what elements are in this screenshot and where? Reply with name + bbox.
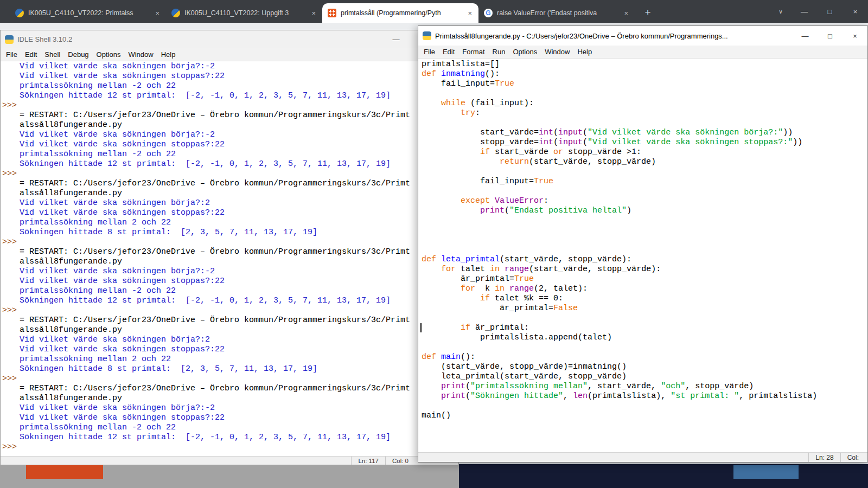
editor-minimize-button[interactable]: — (793, 26, 818, 46)
shell-line: primtalssökning mellan -2 och 22 (1, 81, 458, 91)
shell-console[interactable]: Vid vilket värde ska sökningen börja?:-2… (1, 62, 458, 455)
menu-help[interactable]: Help (573, 47, 596, 57)
new-tab-button[interactable]: + (640, 5, 655, 20)
tab-close-icon[interactable]: × (310, 9, 317, 17)
shell-line: Sökningen hittade 12 st primtal: [-2, -1… (1, 296, 458, 306)
editor-menubar: FileEditFormatRunOptionsWindowHelp (418, 46, 867, 59)
code-token: def (422, 352, 436, 362)
shell-prompt-gutter (1, 257, 20, 267)
shell-text: Vid vilket värde ska sökningen stoppas?:… (20, 140, 225, 150)
shell-text: Sökningen hittade 8 st primtal: [2, 3, 5… (20, 364, 317, 374)
menu-file[interactable]: File (2, 49, 21, 60)
chevron-down-icon[interactable]: ∨ (770, 0, 792, 23)
shell-text: = RESTART: C:/Users/jefor23/OneDrive – Ö… (20, 384, 410, 394)
shell-prompt-gutter (1, 433, 20, 442)
tab-close-icon[interactable]: × (154, 9, 161, 17)
code-token: ( (465, 391, 470, 401)
shell-line: primtalssökning mellan -2 och 22 (1, 150, 458, 159)
editor-close-button[interactable]: × (843, 26, 867, 46)
tab-close-icon[interactable]: × (623, 9, 629, 17)
menu-debug[interactable]: Debug (64, 49, 92, 60)
shell-line: primtalssökning mellan -2 och 22 (1, 423, 458, 433)
code-token: primtalslista.append(talet) (422, 333, 612, 342)
tab-close-icon[interactable]: × (467, 9, 473, 17)
code-token: for (441, 265, 456, 274)
menu-help[interactable]: Help (157, 49, 180, 60)
code-line: for talet in range(start_värde, stopp_vä… (422, 265, 867, 274)
shell-line: = RESTART: C:/Users/jefor23/OneDrive – Ö… (1, 316, 458, 325)
shell-titlebar[interactable]: IDLE Shell 3.10.2 — □ × (1, 30, 458, 48)
menu-file[interactable]: File (420, 47, 439, 57)
menu-options[interactable]: Options (509, 47, 541, 57)
code-editor[interactable]: primtalslista=[]def inmatning(): fail_in… (419, 59, 867, 452)
shell-prompt-gutter (1, 325, 20, 335)
menu-run[interactable]: Run (489, 47, 509, 57)
shell-line: primtalssökning mellan 2 och 22 (1, 218, 458, 228)
editor-titlebar[interactable]: Primtalssåll8fungerande.py - C:/Users/je… (418, 26, 867, 46)
code-token: leta_primtal(start_värde, stopp_värde) (422, 372, 627, 381)
code-token: "primtalssökning mellan" (470, 382, 588, 391)
shell-prompt-gutter (1, 413, 20, 423)
code-token: return (500, 157, 529, 166)
menu-window[interactable]: Window (124, 49, 157, 60)
code-token: ( (553, 128, 558, 137)
code-line: primtalslista=[] (422, 60, 867, 69)
shell-text: alssåll8fungerande.py (20, 120, 122, 130)
browser-tab[interactable]: IK005U_C4110_VT2022: Uppgift 3× (166, 3, 322, 23)
shell-line: Vid vilket värde ska sökningen stoppas?:… (1, 277, 458, 286)
shell-text: Vid vilket värde ska sökningen börja?:-2 (20, 403, 215, 413)
code-line: print("primtalssökning mellan", start_vä… (422, 382, 867, 391)
menu-shell[interactable]: Shell (41, 49, 64, 60)
code-line: def inmatning(): (422, 69, 867, 79)
browser-tab[interactable]: IK005U_C4110_VT2022: Primtalss× (10, 3, 166, 23)
code-token: int (539, 128, 553, 137)
browser-window-controls: ∨ — □ × (770, 0, 868, 23)
code-token: print (441, 391, 465, 401)
browser-minimize-button[interactable]: — (792, 0, 817, 23)
shell-minimize-button[interactable]: — (384, 30, 409, 48)
shell-menubar: FileEditShellDebugOptionsWindowHelp (1, 48, 458, 61)
shell-line: >>> (1, 442, 458, 452)
shell-text: Sökningen hittade 12 st primtal: [-2, -1… (20, 159, 391, 169)
shell-prompt-gutter (1, 286, 20, 296)
shell-text: Sökningen hittade 12 st primtal: [-2, -1… (20, 91, 391, 101)
shell-text: Vid vilket värde ska sökningen börja?:-2 (20, 267, 215, 277)
menu-options[interactable]: Options (93, 49, 125, 60)
editor-maximize-button[interactable]: □ (818, 26, 843, 46)
code-token: primtalslista=[] (422, 60, 500, 69)
menu-format[interactable]: Format (458, 47, 488, 57)
menu-window[interactable]: Window (541, 47, 573, 57)
browser-maximize-button[interactable]: □ (817, 0, 843, 23)
shell-prompt: >>> (1, 237, 20, 247)
code-token: main() (422, 411, 451, 420)
code-token: är_primtal= (422, 274, 514, 284)
code-line: start_värde=int(input("Vid vilket värde … (422, 128, 867, 138)
shell-statusbar: Ln: 117 Col: 0 (1, 456, 458, 465)
code-line: if start_värde or stopp_värde >1: (422, 147, 867, 157)
moodle-favicon-icon (171, 9, 180, 17)
browser-tab[interactable]: primtalssåll (Programmering/Pyth× (322, 3, 478, 23)
code-token: len (573, 391, 588, 401)
shell-line: alssåll8fungerande.py (1, 189, 458, 198)
code-token (422, 284, 461, 293)
code-token: main (441, 352, 461, 362)
menu-edit[interactable]: Edit (21, 49, 41, 60)
code-token: "Endast positiva heltal" (509, 206, 627, 215)
taskbar-powerpoint-icon[interactable] (26, 465, 103, 479)
menu-edit[interactable]: Edit (439, 47, 458, 57)
shell-prompt-gutter (1, 159, 20, 169)
code-token: input (558, 138, 583, 147)
code-token (422, 157, 500, 166)
code-token: range (509, 284, 534, 293)
shell-text: Sökningen hittade 12 st primtal: [-2, -1… (20, 433, 391, 442)
shell-output: Vid vilket värde ska sökningen börja?:-2… (1, 62, 458, 452)
code-token (490, 196, 495, 206)
code-token (422, 108, 461, 118)
browser-tab[interactable]: Graise ValueError ('Endast positiva× (478, 3, 635, 23)
taskbar-app-icon[interactable] (733, 465, 799, 479)
shell-column-indicator: Col: 0 (385, 457, 415, 465)
code-token: : (475, 108, 480, 118)
code-line (422, 89, 867, 99)
shell-prompt-gutter (1, 423, 20, 433)
browser-close-button[interactable]: × (843, 0, 868, 23)
